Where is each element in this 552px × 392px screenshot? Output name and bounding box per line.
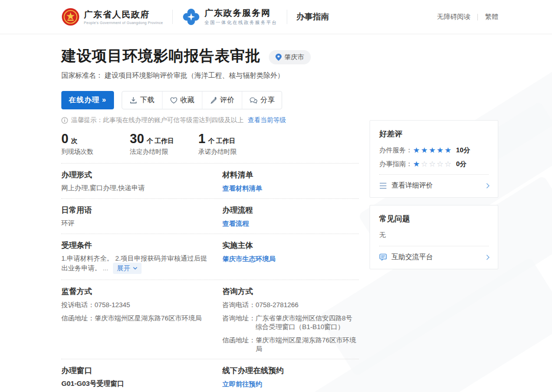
consult-phone: 咨询电话：0758-2781266 bbox=[222, 301, 359, 309]
download-button[interactable]: 下载 bbox=[122, 91, 162, 109]
section-title-materials: 材料清单 bbox=[222, 170, 359, 179]
stat-visits: 0次 到现场次数 bbox=[61, 131, 106, 156]
service-stars: ★★★★★ bbox=[413, 146, 452, 154]
info-icon bbox=[61, 117, 68, 124]
section-title-window: 办理窗口 bbox=[61, 365, 210, 375]
section-title-daily-term: 日常用语 bbox=[61, 205, 210, 215]
header-divider bbox=[172, 10, 173, 24]
info-row-window-booking: 办理窗口 G01-G03号受理窗口 办理地点：肇庆市端州区信安四路8号肇庆市行政… bbox=[61, 359, 359, 392]
window-name: G01-G03号受理窗口 bbox=[61, 379, 210, 388]
accessibility-link[interactable]: 无障碍阅读 bbox=[437, 12, 470, 21]
gov-logo-subtitle: People's Government of Guangdong Provinc… bbox=[84, 21, 163, 25]
view-process-link[interactable]: 查看流程 bbox=[222, 219, 249, 228]
section-title-process: 办理流程 bbox=[222, 205, 359, 215]
online-handle-button[interactable]: 在线办理 » bbox=[61, 91, 114, 109]
share-icon bbox=[249, 97, 258, 104]
tip-bar: 温馨提示：此事项在线办理的账户可信等级需达到四级及以上 查看当前等级 bbox=[61, 116, 359, 124]
header-right-divider bbox=[477, 14, 478, 20]
header: 广东省人民政府 People's Government of Guangdong… bbox=[0, 0, 552, 34]
secondary-actions: 下载 收藏 评价 分享 bbox=[122, 91, 282, 109]
view-detailed-rating[interactable]: 查看详细评价 bbox=[379, 174, 489, 197]
share-button[interactable]: 分享 bbox=[242, 91, 282, 109]
gov-logo-title: 广东省人民政府 bbox=[84, 10, 163, 20]
portal-logo-icon bbox=[182, 8, 200, 26]
traditional-chinese-link[interactable]: 繁體 bbox=[485, 12, 498, 21]
section-title-consultation: 咨询方式 bbox=[222, 286, 359, 296]
rating-row-guide: 办事指南： ★☆☆☆☆ 0分 bbox=[379, 159, 489, 169]
section-title-form: 办理形式 bbox=[61, 170, 210, 179]
authority-link[interactable]: 肇庆市生态环境局 bbox=[222, 255, 275, 263]
section-title-supervision: 监督方式 bbox=[61, 286, 210, 296]
section-title-conditions: 受理条件 bbox=[61, 240, 210, 250]
guide-stars: ★☆☆☆☆ bbox=[413, 160, 452, 168]
rating-card: 好差评 办件服务： ★★★★★ 10分 办事指南： ★☆☆☆☆ 0分 查看详细评… bbox=[370, 120, 498, 198]
faq-value: 无 bbox=[379, 230, 489, 240]
conditions-value: 1.申请材料齐全。 2.项目申报获码并审核通过后提出业务申请。...展开 bbox=[61, 254, 210, 274]
stat-legal-limit: 30个 工作日 法定办结时限 bbox=[130, 131, 175, 156]
info-row-term-process: 日常用语 环评 办理流程 查看流程 bbox=[61, 199, 359, 234]
section-title-authority: 实施主体 bbox=[222, 240, 359, 250]
rating-row-service: 办件服务： ★★★★★ 10分 bbox=[379, 146, 489, 155]
complaint-phone: 投诉电话：0758-12345 bbox=[61, 301, 210, 309]
booking-link[interactable]: 立即前往预约 bbox=[222, 380, 262, 388]
info-row-form-materials: 办理形式 网上办理,窗口办理,快递申请 材料清单 查看材料清单 bbox=[61, 164, 359, 199]
location-label: 肇庆市 bbox=[284, 53, 304, 62]
download-icon bbox=[130, 97, 137, 104]
rating-title: 好差评 bbox=[379, 129, 489, 139]
standard-name: 国家标准名： 建设项目环境影响评价审批（海洋工程、核与辐射类除外） bbox=[61, 71, 359, 80]
page-title: 建设项目环境影响报告表审批 bbox=[61, 46, 261, 65]
evaluate-button[interactable]: 评价 bbox=[202, 91, 242, 109]
check-level-link[interactable]: 查看当前等级 bbox=[248, 116, 286, 124]
pencil-icon bbox=[210, 97, 217, 104]
nav-service-guide[interactable]: 办事指南 bbox=[296, 12, 329, 22]
portal-logo[interactable]: 广东政务服务网 全国一体化在线政务服务平台 bbox=[182, 8, 278, 26]
info-row-conditions-authority: 受理条件 1.申请材料齐全。 2.项目申报获码并审核通过后提出业务申请。...展… bbox=[61, 234, 359, 280]
favorite-button[interactable]: 收藏 bbox=[162, 91, 202, 109]
heart-icon bbox=[170, 97, 177, 104]
section-title-booking: 线下办理在线预约 bbox=[222, 365, 359, 375]
faq-title: 常见问题 bbox=[379, 214, 489, 224]
chevron-right-icon bbox=[485, 255, 490, 260]
daily-term-value: 环评 bbox=[61, 219, 210, 227]
mail-address: 信函地址：肇庆市端州区星湖东路76区市环境局 bbox=[61, 314, 210, 322]
chevron-right-icon bbox=[485, 183, 490, 188]
view-materials-link[interactable]: 查看材料清单 bbox=[222, 184, 262, 193]
national-emblem-icon bbox=[61, 8, 80, 26]
portal-logo-subtitle: 全国一体化在线政务服务平台 bbox=[204, 19, 278, 26]
stat-promised-limit: 1个 工作日 承诺办结时限 bbox=[198, 131, 243, 156]
location-badge[interactable]: 肇庆市 bbox=[269, 50, 311, 64]
chat-icon bbox=[379, 253, 387, 261]
gov-logo[interactable]: 广东省人民政府 People's Government of Guangdong… bbox=[61, 8, 163, 26]
portal-logo-title: 广东政务服务网 bbox=[204, 8, 278, 18]
location-pin-icon bbox=[275, 54, 282, 61]
expand-button[interactable]: 展开 bbox=[113, 263, 142, 274]
stats-bar: 0次 到现场次数 30个 工作日 法定办结时限 1个 工作日 承诺办结时限 bbox=[61, 131, 359, 164]
consult-address: 咨询地址：广东省肇庆市端州区信安四路8号综合受理窗口（B1-B10窗口） bbox=[222, 314, 359, 331]
consult-mail-address: 信函地址：肇庆市端州区星湖东路76区市环境局 bbox=[222, 336, 359, 353]
chevron-down-icon bbox=[133, 267, 137, 270]
list-icon bbox=[379, 182, 387, 189]
mutual-platform[interactable]: 互助交流平台 bbox=[379, 246, 489, 269]
info-row-supervision-consult: 监督方式 投诉电话：0758-12345 信函地址：肇庆市端州区星湖东路76区市… bbox=[61, 280, 359, 359]
form-value: 网上办理,窗口办理,快递申请 bbox=[61, 183, 210, 192]
header-divider bbox=[287, 10, 287, 24]
faq-card: 常见问题 无 互助交流平台 bbox=[370, 205, 498, 269]
tip-text: 温馨提示：此事项在线办理的账户可信等级需达到四级及以上 bbox=[71, 116, 244, 124]
